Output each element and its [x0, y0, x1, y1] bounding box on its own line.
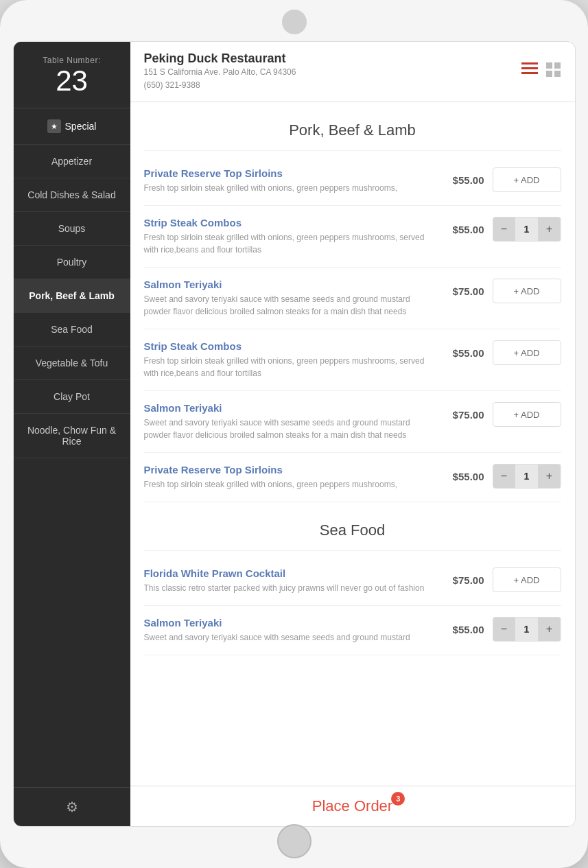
- item-right: $55.00 − 1 +: [443, 617, 561, 642]
- item-right: $75.00 + ADD: [443, 279, 561, 303]
- add-button-pbl-1[interactable]: + ADD: [493, 167, 561, 192]
- item-desc: Sweet and savory teriyaki sauce with ses…: [144, 293, 435, 318]
- qty-value-sf-2: 1: [524, 624, 530, 635]
- svg-rect-4: [554, 62, 561, 69]
- add-button-sf-1[interactable]: + ADD: [493, 567, 561, 592]
- qty-value-pbl-6: 1: [524, 471, 530, 482]
- menu-item-sf-1: Florida White Prawn Cocktail This classi…: [144, 556, 561, 606]
- section-title-pork-beef-lamb: Pork, Beef & Lamb: [144, 102, 561, 151]
- item-name: Salmon Teriyaki: [144, 402, 435, 414]
- menu-item-pbl-2: Strip Steak Combos Fresh top sirloin ste…: [144, 206, 561, 268]
- item-name: Salmon Teriyaki: [144, 617, 435, 629]
- item-price: $55.00: [443, 347, 484, 359]
- item-price: $55.00: [443, 174, 484, 186]
- increase-button-sf-2[interactable]: +: [538, 618, 560, 641]
- item-info: Salmon Teriyaki Sweet and savory teriyak…: [144, 617, 435, 644]
- quantity-control-pbl-2: − 1 +: [493, 217, 561, 242]
- menu-item-pbl-1: Private Reserve Top Sirloins Fresh top s…: [144, 156, 561, 206]
- table-info: Table Number: 23: [14, 42, 130, 108]
- item-right: $55.00 + ADD: [443, 167, 561, 192]
- quantity-control-sf-2: − 1 +: [493, 617, 561, 642]
- settings-icon[interactable]: ⚙: [66, 799, 78, 815]
- svg-rect-3: [546, 62, 552, 69]
- table-number: 23: [21, 65, 124, 97]
- sidebar-item-soups[interactable]: Soups: [14, 212, 130, 246]
- item-price: $55.00: [443, 224, 484, 235]
- svg-rect-1: [521, 67, 538, 69]
- menu-item-pbl-3: Salmon Teriyaki Sweet and savory teriyak…: [144, 268, 561, 329]
- item-desc: Fresh top sirloin steak grilled with oni…: [144, 182, 435, 194]
- add-button-pbl-3[interactable]: + ADD: [493, 279, 561, 303]
- sidebar-item-clay-pot[interactable]: Clay Pot: [14, 380, 130, 414]
- svg-rect-5: [546, 71, 552, 77]
- qty-value-pbl-2: 1: [524, 224, 530, 235]
- sidebar-item-sea-food[interactable]: Sea Food: [14, 313, 130, 347]
- menu-item-pbl-4: Strip Steak Combos Fresh top sirloin ste…: [144, 329, 561, 391]
- item-price: $55.00: [443, 471, 484, 482]
- section-title-sea-food: Sea Food: [144, 502, 561, 551]
- place-order-button[interactable]: Place Order 3: [312, 797, 392, 815]
- restaurant-phone: (650) 321-9388: [144, 79, 296, 92]
- restaurant-address: 151 S California Ave. Palo Alto, CA 9430…: [144, 66, 296, 79]
- header-icons: [521, 62, 561, 81]
- item-right: $55.00 − 1 +: [443, 217, 561, 242]
- add-button-pbl-5[interactable]: + ADD: [493, 402, 561, 427]
- settings-bar: ⚙: [14, 787, 130, 826]
- item-info: Florida White Prawn Cocktail This classi…: [144, 567, 435, 594]
- sidebar-item-appetizer[interactable]: Appetizer: [14, 145, 130, 178]
- item-price: $75.00: [443, 285, 484, 297]
- menu-item-pbl-5: Salmon Teriyaki Sweet and savory teriyak…: [144, 391, 561, 453]
- decrease-button-pbl-2[interactable]: −: [493, 218, 515, 241]
- item-name: Private Reserve Top Sirloins: [144, 464, 435, 476]
- place-order-label: Place Order: [312, 797, 392, 814]
- item-right: $55.00 + ADD: [443, 340, 561, 365]
- sidebar-item-noodle[interactable]: Noodle, Chow Fun & Rice: [14, 414, 130, 458]
- item-info: Private Reserve Top Sirloins Fresh top s…: [144, 167, 435, 194]
- item-info: Salmon Teriyaki Sweet and savory teriyak…: [144, 402, 435, 441]
- item-name: Florida White Prawn Cocktail: [144, 567, 435, 579]
- item-desc: Sweet and savory teriyaki sauce with ses…: [144, 417, 435, 441]
- list-view-icon[interactable]: [521, 62, 538, 81]
- item-name: Salmon Teriyaki: [144, 279, 435, 290]
- item-desc: Fresh top sirloin steak grilled with oni…: [144, 355, 435, 379]
- item-right: $75.00 + ADD: [443, 567, 561, 592]
- order-count-badge: 3: [391, 792, 405, 806]
- add-button-pbl-4[interactable]: + ADD: [493, 340, 561, 365]
- menu-item-pbl-6: Private Reserve Top Sirloins Fresh top s…: [144, 453, 561, 502]
- item-name: Strip Steak Combos: [144, 340, 435, 352]
- item-right: $75.00 + ADD: [443, 402, 561, 427]
- item-desc: This classic retro starter packed with j…: [144, 582, 435, 594]
- menu-item-sf-2: Salmon Teriyaki Sweet and savory teriyak…: [144, 606, 561, 655]
- item-right: $55.00 − 1 +: [443, 464, 561, 489]
- item-info: Private Reserve Top Sirloins Fresh top s…: [144, 464, 435, 491]
- table-label: Table Number:: [21, 56, 124, 65]
- item-info: Strip Steak Combos Fresh top sirloin ste…: [144, 217, 435, 256]
- grid-view-icon[interactable]: [546, 62, 561, 81]
- star-icon: ★: [47, 119, 61, 133]
- content-wrapper: Peking Duck Restaurant 151 S California …: [130, 42, 575, 826]
- item-price: $75.00: [443, 409, 484, 421]
- tablet-bottom-button[interactable]: [277, 824, 311, 858]
- item-desc: Fresh top sirloin steak grilled with oni…: [144, 478, 435, 491]
- sidebar-item-pork-beef-lamb[interactable]: Pork, Beef & Lamb: [14, 279, 130, 313]
- sidebar-item-special[interactable]: ★ Special: [14, 108, 130, 145]
- svg-rect-6: [554, 71, 561, 77]
- item-info: Salmon Teriyaki Sweet and savory teriyak…: [144, 279, 435, 318]
- item-price: $75.00: [443, 574, 484, 586]
- footer: Place Order 3: [130, 786, 575, 826]
- increase-button-pbl-6[interactable]: +: [538, 465, 560, 488]
- sidebar-item-vegetable-tofu[interactable]: Vegetable & Tofu: [14, 347, 130, 380]
- quantity-control-pbl-6: − 1 +: [493, 464, 561, 489]
- item-desc: Fresh top sirloin steak grilled with oni…: [144, 231, 435, 256]
- decrease-button-sf-2[interactable]: −: [493, 618, 515, 641]
- increase-button-pbl-2[interactable]: +: [538, 218, 560, 241]
- decrease-button-pbl-6[interactable]: −: [493, 465, 515, 488]
- tablet-top-button: [282, 10, 307, 34]
- sidebar-item-cold-dishes[interactable]: Cold Dishes & Salad: [14, 178, 130, 212]
- item-desc: Sweet and savory teriyaki sauce with ses…: [144, 631, 435, 644]
- nav-items: ★ Special Appetizer Cold Dishes & Salad …: [14, 108, 130, 787]
- header: Peking Duck Restaurant 151 S California …: [130, 42, 575, 102]
- sidebar-item-poultry[interactable]: Poultry: [14, 246, 130, 279]
- content-area: Pork, Beef & Lamb Private Reserve Top Si…: [130, 102, 575, 786]
- svg-rect-0: [521, 62, 538, 64]
